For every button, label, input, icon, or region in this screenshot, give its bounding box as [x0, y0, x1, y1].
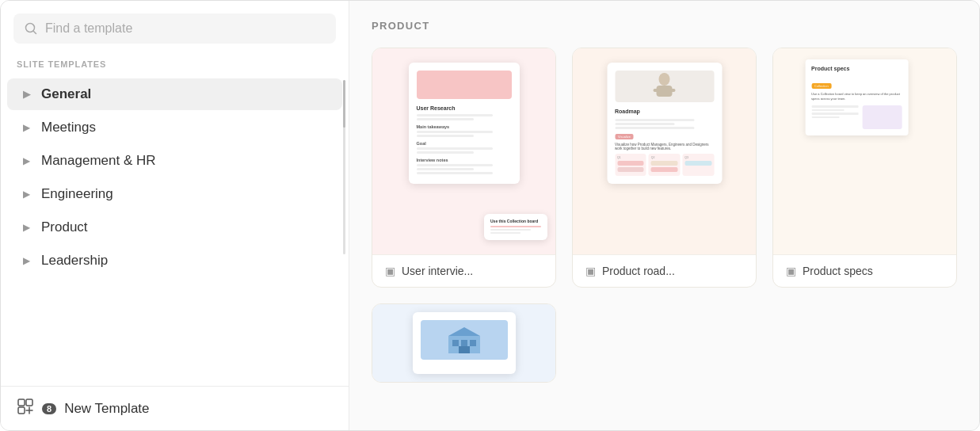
card-preview-product-roadmap: Roadmap Visualize Visualize how Product … [573, 48, 756, 254]
card-name-user-interview: User intervie... [402, 265, 473, 277]
svg-rect-15 [459, 346, 470, 353]
sidebar-item-general[interactable]: ▶ General [7, 78, 342, 110]
sidebar-item-label: Management & HR [41, 153, 156, 169]
sidebar-item-label: Product [41, 219, 88, 235]
sidebar-item-label: Leadership [41, 253, 108, 269]
search-box[interactable]: Find a template [13, 13, 336, 44]
chevron-icon: ▶ [23, 222, 30, 233]
card-doc-icon: ▣ [385, 265, 395, 277]
nav-list: ▶ General ▶ Meetings ▶ Management & HR ▶… [1, 77, 349, 386]
section-label: SLITE TEMPLATES [1, 59, 349, 77]
card-preview-user-interview: User Research Main takeaways Goal Interv… [372, 48, 555, 254]
scroll-track [343, 80, 345, 254]
chevron-icon: ▶ [23, 189, 30, 200]
card-doc-icon: ▣ [585, 265, 596, 277]
main-content: PRODUCT User Research Main takeaways Goa… [349, 1, 979, 430]
cards-grid-row2 [372, 303, 957, 383]
chevron-icon: ▶ [23, 155, 30, 166]
mini-doc-header [417, 71, 512, 99]
svg-rect-2 [18, 399, 25, 406]
svg-rect-10 [669, 89, 676, 92]
new-template-button[interactable]: 8 New Template [1, 386, 349, 430]
new-template-label: New Template [64, 401, 149, 417]
card-footer-user-interview: ▣ User intervie... [372, 254, 555, 287]
svg-rect-3 [26, 399, 32, 406]
mini-doc-specs: Product specs Collection Use a Collectio… [805, 59, 908, 135]
svg-rect-13 [461, 340, 467, 346]
sidebar-item-label: General [41, 86, 91, 102]
new-template-icon [17, 398, 34, 419]
sidebar-item-meetings[interactable]: ▶ Meetings [7, 112, 342, 143]
sidebar-item-label: Meetings [41, 120, 96, 135]
svg-rect-14 [470, 340, 476, 346]
chevron-icon: ▶ [23, 122, 30, 133]
svg-point-7 [659, 73, 670, 86]
card-doc-icon: ▣ [786, 265, 796, 277]
card-user-interview[interactable]: User Research Main takeaways Goal Interv… [372, 48, 556, 288]
card-preview-fourth [372, 304, 555, 383]
search-placeholder: Find a template [45, 21, 132, 36]
sidebar-item-management-hr[interactable]: ▶ Management & HR [7, 145, 342, 177]
sidebar-item-leadership[interactable]: ▶ Leadership [7, 245, 342, 277]
section-title: PRODUCT [372, 20, 957, 32]
building-illustration [421, 320, 508, 360]
mini-doc-building [413, 312, 516, 374]
svg-rect-9 [654, 89, 660, 92]
mini-doc-title: User Research [417, 105, 512, 111]
card-footer-product-roadmap: ▣ Product road... [573, 254, 756, 287]
cards-grid: User Research Main takeaways Goal Interv… [372, 48, 957, 288]
card-product-specs[interactable]: Product specs Collection Use a Collectio… [772, 48, 957, 288]
mini-doc-user-interview: User Research Main takeaways Goal Interv… [409, 63, 520, 184]
card-fourth[interactable] [372, 303, 556, 383]
card-name-product-specs: Product specs [803, 265, 873, 277]
sidebar-item-engineering[interactable]: ▶ Engineering [7, 178, 342, 210]
svg-marker-16 [448, 327, 480, 336]
mini-doc-roadmap: Roadmap Visualize Visualize how Product … [607, 63, 722, 184]
card-product-roadmap[interactable]: Roadmap Visualize Visualize how Product … [572, 48, 757, 288]
sidebar-item-product[interactable]: ▶ Product [7, 212, 342, 243]
svg-line-1 [33, 31, 36, 34]
chevron-icon: ▶ [23, 89, 30, 100]
card-name-product-roadmap: Product road... [602, 265, 675, 277]
svg-rect-4 [18, 407, 25, 414]
search-icon [25, 22, 37, 35]
new-template-badge: 8 [42, 403, 56, 414]
card-footer-product-specs: ▣ Product specs [773, 254, 956, 287]
card-preview-product-specs: Product specs Collection Use a Collectio… [773, 48, 956, 254]
svg-rect-12 [452, 340, 459, 346]
roadmap-illustration [615, 71, 714, 102]
float-collection-card: Use this Collection board [484, 214, 547, 240]
sidebar-item-label: Engineering [41, 186, 113, 202]
scroll-thumb [343, 80, 345, 128]
sidebar: Find a template SLITE TEMPLATES ▶ Genera… [1, 1, 349, 430]
chevron-icon: ▶ [23, 255, 30, 266]
